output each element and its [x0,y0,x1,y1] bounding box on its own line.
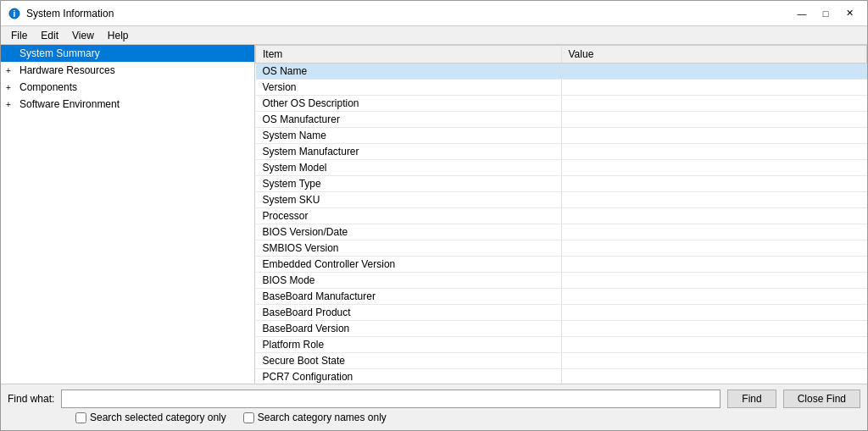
find-button[interactable]: Find [727,390,776,408]
table-cell-value [561,305,867,321]
table-cell-value [561,128,867,144]
table-cell-value [561,208,867,224]
data-table: Item Value OS NameVersionOther OS Descri… [255,45,867,384]
search-category-checkbox[interactable] [243,412,254,423]
title-buttons: — □ ✕ [791,4,860,23]
main-panel: Item Value OS NameVersionOther OS Descri… [255,45,867,384]
table-row: System Type [256,176,867,192]
table-cell-value [561,160,867,176]
table-row: Processor [256,208,867,224]
search-selected-text: Search selected category only [90,412,226,423]
search-category-label[interactable]: Search category names only [243,412,387,423]
table-cell-item: System Manufacturer [256,144,562,160]
table-cell-value [561,289,867,305]
table-cell-item: System Type [256,176,562,192]
expander-icon: + [6,66,16,75]
table-cell-item: PCR7 Configuration [256,369,562,384]
menu-item-edit[interactable]: Edit [34,28,65,43]
svg-text:i: i [14,9,16,19]
table-row: OS Manufacturer [256,112,867,128]
table-row: BaseBoard Product [256,305,867,321]
table-row: Version [256,80,867,96]
search-category-text: Search category names only [258,412,387,423]
table-cell-item: BaseBoard Product [256,305,562,321]
menu-item-view[interactable]: View [65,28,101,43]
table-cell-value [561,321,867,337]
sidebar-item-label: System Summary [19,47,100,59]
table-row: BaseBoard Manufacturer [256,289,867,305]
table-cell-value [561,240,867,257]
sidebar-item-label: Hardware Resources [19,64,115,76]
sidebar-item-label: Software Environment [19,98,120,110]
content-area: System Summary+Hardware Resources+Compon… [1,45,867,384]
close-find-button[interactable]: Close Find [783,390,860,408]
menu-item-file[interactable]: File [4,28,34,43]
table-cell-item: SMBIOS Version [256,240,562,257]
table-cell-value [561,144,867,160]
table-row: SMBIOS Version [256,240,867,257]
table-row: System Model [256,160,867,176]
minimize-button[interactable]: — [791,4,813,23]
column-value: Value [561,46,867,64]
close-button[interactable]: ✕ [838,4,860,23]
table-row: Other OS Description [256,96,867,112]
table-row: BIOS Mode [256,273,867,289]
table-cell-item: System Model [256,160,562,176]
main-window: i System Information — □ ✕ FileEditViewH… [0,0,868,431]
table-row: Platform Role [256,337,867,353]
table-row: System Manufacturer [256,144,867,160]
table-row: BIOS Version/Date [256,224,867,240]
table-cell-item: BIOS Version/Date [256,224,562,240]
sidebar-item-label: Components [19,81,77,93]
find-row: Find what: Find Close Find [8,390,860,408]
title-bar: i System Information — □ ✕ [1,1,867,26]
table-cell-item: Processor [256,208,562,224]
table-cell-value [561,64,867,80]
table-cell-item: Embedded Controller Version [256,257,562,273]
table-cell-item: Platform Role [256,337,562,353]
sidebar-item-software-environment[interactable]: +Software Environment [1,96,254,113]
table-row: BaseBoard Version [256,321,867,337]
table-row: PCR7 Configuration [256,369,867,384]
table-cell-value [561,337,867,353]
table-row: System Name [256,128,867,144]
table-cell-item: BaseBoard Version [256,321,562,337]
table-cell-value [561,96,867,112]
window-title: System Information [26,8,114,19]
sidebar-item-system-summary[interactable]: System Summary [1,45,254,62]
table-cell-item: System Name [256,128,562,144]
table-cell-value [561,224,867,240]
maximize-button[interactable]: □ [815,4,837,23]
title-bar-left: i System Information [8,7,114,20]
table-row: OS Name [256,64,867,80]
table-cell-value [561,353,867,369]
window-icon: i [8,7,21,20]
sidebar-item-hardware-resources[interactable]: +Hardware Resources [1,62,254,79]
table-row: Secure Boot State [256,353,867,369]
table-cell-value [561,192,867,208]
table-cell-value [561,176,867,192]
footer: Find what: Find Close Find Search select… [1,384,867,430]
expander-icon: + [6,83,16,92]
menu-bar: FileEditViewHelp [1,26,867,45]
sidebar: System Summary+Hardware Resources+Compon… [1,45,255,384]
find-label: Find what: [8,393,54,405]
table-cell-value [561,257,867,273]
table-cell-value [561,369,867,384]
search-selected-label[interactable]: Search selected category only [75,412,226,423]
search-selected-checkbox[interactable] [75,412,86,423]
table-cell-item: Secure Boot State [256,353,562,369]
table-cell-item: OS Name [256,64,562,80]
sidebar-item-components[interactable]: +Components [1,79,254,96]
menu-item-help[interactable]: Help [101,28,136,43]
checkbox-row: Search selected category only Search cat… [8,412,860,423]
table-cell-item: BIOS Mode [256,273,562,289]
table-cell-item: Other OS Description [256,96,562,112]
find-input[interactable] [61,390,721,408]
column-item: Item [256,46,562,64]
expander-icon: + [6,100,16,109]
table-cell-item: Version [256,80,562,96]
table-cell-value [561,273,867,289]
table-cell-item: BaseBoard Manufacturer [256,289,562,305]
table-cell-value [561,80,867,96]
